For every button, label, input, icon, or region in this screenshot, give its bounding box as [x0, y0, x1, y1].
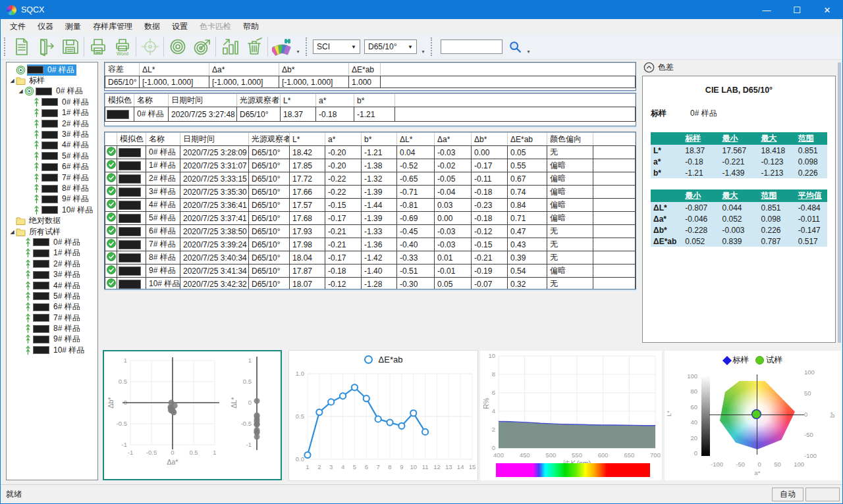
tree-item[interactable]: 7# 样品	[7, 172, 97, 183]
sample-row[interactable]: 5# 样品2020/7/25 3:37:41D65/10°17.68-0.17-…	[105, 212, 636, 225]
tree-item[interactable]: 9# 样品	[7, 194, 97, 205]
cell: 2020/7/25 3:37:41	[180, 212, 249, 225]
menu-item-色卡匹检[interactable]: 色卡匹检	[194, 19, 237, 34]
tree-item[interactable]: 1# 样品	[7, 108, 97, 118]
color-card-match-button[interactable]	[269, 36, 294, 59]
tree-item[interactable]: 6# 样品	[7, 302, 97, 313]
measurement-mode-select[interactable]: SCI▼	[313, 39, 360, 54]
tree-item[interactable]: 5# 样品	[7, 291, 97, 301]
print-button[interactable]	[86, 36, 110, 59]
column-header[interactable]: b*	[362, 133, 397, 146]
statistics-button[interactable]	[217, 36, 242, 59]
column-header[interactable]	[105, 133, 117, 146]
sample-row[interactable]: 1# 样品2020/7/25 3:31:07D65/10°17.85-0.20-…	[105, 159, 636, 172]
menu-item-仪器[interactable]: 仪器	[32, 19, 59, 34]
export-button[interactable]	[34, 36, 58, 59]
measure-standard-button[interactable]	[165, 36, 190, 59]
menu-item-测量[interactable]: 测量	[59, 19, 87, 34]
stat-label: Δa*	[651, 213, 682, 224]
expander-icon[interactable]: ◢	[9, 229, 16, 235]
standard-row[interactable]: 0# 样品2020/7/25 3:27:48D65/10°18.37-0.18-…	[105, 107, 636, 122]
color-swatch	[119, 201, 141, 210]
toolbar-grip[interactable]	[4, 38, 7, 56]
column-header[interactable]: 颜色偏向	[547, 133, 593, 146]
tree-item[interactable]: 8# 样品	[7, 183, 97, 193]
tree-item[interactable]: 4# 样品	[7, 140, 97, 151]
tree-item[interactable]: 10# 样品	[7, 345, 97, 355]
tree-item[interactable]: 5# 样品	[7, 151, 97, 161]
column-header[interactable]: L*	[290, 133, 325, 146]
tree-item[interactable]: 6# 样品	[7, 162, 97, 172]
menu-item-存样库管理[interactable]: 存样库管理	[87, 19, 138, 34]
toolbar-overflow-icon[interactable]: ▾	[419, 37, 427, 57]
tree-item[interactable]: 3# 样品	[7, 269, 97, 280]
tree-item[interactable]: 8# 样品	[7, 323, 97, 334]
column-header[interactable]: 日期时间	[180, 133, 249, 146]
delta-ab-scatter-chart[interactable]: -1-1-0.5-0.5000.50.511Δb*Δa*-1-0.500.51Δ…	[103, 350, 282, 480]
menu-item-设置[interactable]: 设置	[166, 19, 194, 34]
sample-row[interactable]: 6# 样品2020/7/25 3:38:50D65/10°17.93-0.21-…	[105, 225, 636, 238]
column-header[interactable]: a*	[325, 133, 362, 146]
column-header[interactable]: Δa*	[435, 133, 472, 146]
column-header[interactable]: ΔL*	[397, 133, 435, 146]
sample-row[interactable]: 10# 样品2020/7/25 3:42:32D65/10°18.07-0.12…	[105, 278, 636, 290]
illuminant-observer-select[interactable]: D65/10°▼	[364, 39, 417, 54]
collapse-chevron-icon[interactable]	[643, 62, 655, 73]
tree-item[interactable]: 7# 样品	[7, 313, 97, 323]
tree-item[interactable]: ◢所有试样	[7, 226, 97, 237]
auto-mode-button[interactable]: 自动	[772, 488, 803, 501]
delete-button[interactable]	[242, 36, 266, 59]
toolbar-overflow-icon[interactable]: ▾	[294, 37, 302, 57]
delta-e-trend-chart[interactable]: ΔE*ab1234567891011121314150.00.51.0	[288, 350, 478, 481]
spectral-reflectance-chart[interactable]: 0246810400450500550600650700R%波长(nm)	[479, 350, 663, 481]
sample-row[interactable]: 4# 样品2020/7/25 3:36:41D65/10°17.57-0.15-…	[105, 199, 636, 212]
tree-item[interactable]: 3# 样品	[7, 129, 97, 139]
column-header[interactable]: Δb*	[472, 133, 508, 146]
tree-item[interactable]: 2# 样品	[7, 118, 97, 129]
tree-item[interactable]: ◢标样	[7, 75, 97, 86]
toolbar-grip[interactable]	[306, 38, 308, 56]
maximize-button[interactable]: ☐	[782, 1, 812, 19]
expander-icon[interactable]: ◢	[17, 88, 24, 94]
menu-item-文件[interactable]: 文件	[4, 19, 32, 34]
sample-row[interactable]: 7# 样品2020/7/25 3:39:24D65/10°17.98-0.21-…	[105, 238, 636, 251]
sample-row[interactable]: 0# 样品2020/7/25 3:28:09D65/10°18.42-0.20-…	[105, 146, 636, 159]
cell: 9# 样品	[146, 265, 180, 278]
menu-item-数据[interactable]: 数据	[138, 19, 166, 34]
tree-item[interactable]: 0# 样品	[7, 97, 97, 107]
minimize-button[interactable]: —	[751, 1, 782, 19]
measure-sample-button[interactable]	[190, 36, 214, 59]
print-word-button[interactable]: Word	[110, 36, 134, 59]
tree-item[interactable]: 0# 样品	[7, 237, 97, 247]
sample-row[interactable]: 9# 样品2020/7/25 3:41:34D65/10°17.87-0.18-…	[105, 265, 636, 278]
sample-row[interactable]: 8# 样品2020/7/25 3:40:34D65/10°18.04-0.17-…	[105, 251, 636, 265]
calibrate-button[interactable]	[138, 36, 162, 59]
tree-item[interactable]: 2# 样品	[7, 259, 97, 269]
lab-color-space-chart[interactable]: 标样试样 100806040200 L* 100500-50-100 b* -1…	[664, 350, 842, 481]
expander-icon[interactable]: ◢	[9, 78, 16, 84]
column-header[interactable]: 名称	[146, 133, 180, 146]
search-input[interactable]	[441, 39, 503, 54]
tree-item[interactable]: 9# 样品	[7, 334, 97, 345]
tree-item[interactable]: ◢0# 样品	[7, 86, 97, 97]
tree-item[interactable]: 1# 样品	[7, 248, 97, 259]
close-button[interactable]: ✕	[812, 1, 842, 19]
column-header[interactable]: ΔE*ab	[508, 133, 547, 146]
tree-item[interactable]: 4# 样品	[7, 280, 97, 291]
save-button[interactable]	[58, 36, 82, 59]
menu-item-帮助[interactable]: 帮助	[237, 19, 265, 34]
tolerance-row[interactable]: D65/10°[-1.000, 1.000][-1.000, 1.000][-1…	[105, 76, 636, 88]
column-header[interactable]: 模拟色	[117, 133, 146, 146]
sample-row[interactable]: 3# 样品2020/7/25 3:35:30D65/10°17.66-0.22-…	[105, 186, 636, 199]
column-header[interactable]: 光源观察者	[249, 133, 290, 146]
toolbar-overflow-icon[interactable]: ▾	[524, 37, 533, 57]
toolbar-grip[interactable]	[431, 38, 433, 56]
stat-value: 0.098	[758, 213, 795, 224]
new-document-button[interactable]	[9, 36, 34, 59]
tree-item[interactable]: 10# 样品	[7, 205, 97, 215]
tree-item[interactable]: 绝对数据	[7, 215, 97, 226]
search-icon[interactable]	[506, 36, 524, 59]
tree-item[interactable]: 0# 样品	[7, 64, 97, 75]
panel-scrollbar[interactable]	[838, 63, 841, 343]
sample-row[interactable]: 2# 样品2020/7/25 3:33:15D65/10°17.72-0.22-…	[105, 172, 636, 186]
